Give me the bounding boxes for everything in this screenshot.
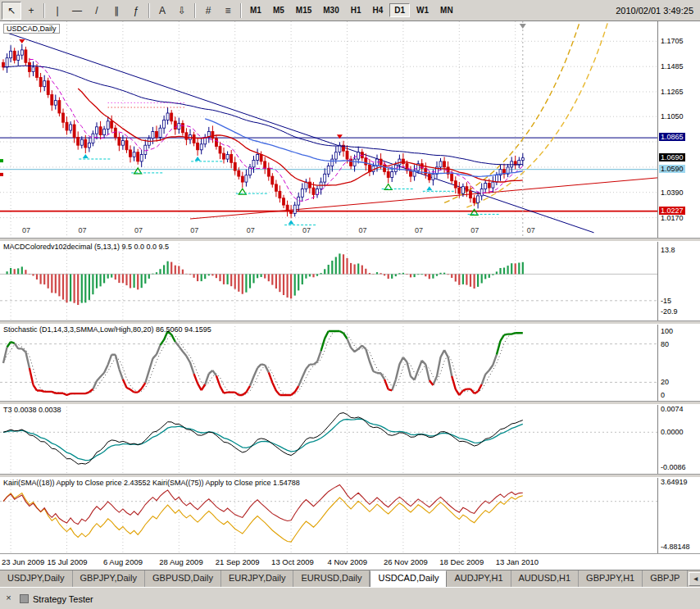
t3-scale[interactable]: 0.00740.0000-0.0086 xyxy=(657,403,700,474)
chart-tabs: USDJPY,DailyGBPJPY,DailyGBPUSD,DailyEURJ… xyxy=(0,570,688,588)
equidistant-channel-tool-button[interactable]: ∥ xyxy=(107,2,126,20)
chart-tab-eurjpy-daily[interactable]: EURJPY,Daily xyxy=(221,570,294,588)
scale-label: 20 xyxy=(661,378,669,386)
fibonacci-tool-button[interactable]: ƒ xyxy=(126,2,146,20)
svg-text:07: 07 xyxy=(415,226,423,234)
chart-tab-gbpusd-daily[interactable]: GBPUSD,Daily xyxy=(145,570,221,588)
scale-label: -15 xyxy=(661,297,671,305)
timeframe-button-h4[interactable]: H4 xyxy=(368,3,389,17)
svg-text:07: 07 xyxy=(134,226,143,234)
timeframe-button-w1[interactable]: W1 xyxy=(411,3,434,17)
time-axis[interactable]: 23 Jun 200915 Jul 20096 Aug 200928 Aug 2… xyxy=(0,553,700,570)
price-axis-label: 1.1705 xyxy=(661,37,684,45)
toolbar: ↖+|—/∥ƒA⇩#≡ M1M5M15M30H1H4D1W1MN 2010/02… xyxy=(0,0,700,21)
kairi-label: Kairi(SMA((18)) Apply to Close price 2.4… xyxy=(3,479,300,487)
toolbar-separator xyxy=(240,3,242,18)
grid-tool-button[interactable]: # xyxy=(198,2,218,20)
timeframe-button-d1[interactable]: D1 xyxy=(389,3,410,17)
scale-label: 0.0000 xyxy=(661,428,684,436)
chart-area: 07070707070707070707 USDCAD,Daily 1.1705… xyxy=(0,21,700,570)
time-axis-label: 13 Oct 2009 xyxy=(271,557,314,566)
timeframe-button-m1[interactable]: M1 xyxy=(245,3,266,17)
macd-panel: MACDColoredv102decimal (5,13,1) 9.5 0.0 … xyxy=(0,240,700,320)
time-axis-label: 28 Aug 2009 xyxy=(159,557,202,566)
scale-label: -20.9 xyxy=(661,307,678,316)
main-chart-panel: 07070707070707070707 USDCAD,Daily 1.1705… xyxy=(0,21,700,238)
tabs-scroll-left-button[interactable]: ◂ xyxy=(689,572,700,586)
price-scale[interactable]: 1.17051.14851.12651.10501.03901.01701.08… xyxy=(657,21,700,238)
arrow-label-tool-button[interactable]: ⇩ xyxy=(172,2,192,20)
chart-tab-gbpjpy-h1[interactable]: GBPJPY,H1 xyxy=(579,570,643,588)
drawing-tools-group: ↖+|—/∥ƒA⇩#≡ xyxy=(2,2,238,20)
svg-text:07: 07 xyxy=(247,226,255,234)
svg-text:07: 07 xyxy=(359,226,367,234)
timeframe-button-m5[interactable]: M5 xyxy=(268,3,289,17)
macd-canvas[interactable] xyxy=(0,240,657,320)
time-axis-label: 26 Nov 2009 xyxy=(384,557,428,566)
kairi-canvas[interactable] xyxy=(0,476,657,553)
text-tool-button[interactable]: A xyxy=(152,2,172,20)
t3-canvas[interactable] xyxy=(0,403,657,474)
symbol-period-label: USDCAD,Daily xyxy=(3,24,60,34)
scale-label: 0.0074 xyxy=(661,405,684,413)
time-axis-label: 6 Aug 2009 xyxy=(103,557,143,566)
svg-text:07: 07 xyxy=(527,226,535,234)
horizontal-line-tool-button[interactable]: — xyxy=(67,2,87,20)
kairi-scale[interactable]: 3.64919-4.88148 xyxy=(657,476,700,553)
pointer-tool-button[interactable]: ↖ xyxy=(2,2,21,20)
timeframe-button-m30[interactable]: M30 xyxy=(318,3,343,17)
price-axis-label: 1.1265 xyxy=(661,88,684,96)
time-axis-label: 18 Dec 2009 xyxy=(439,557,484,566)
timeframe-button-mn[interactable]: MN xyxy=(435,3,458,17)
timeframe-button-h1[interactable]: H1 xyxy=(346,3,366,17)
time-axis-label: 13 Jan 2010 xyxy=(496,557,539,566)
scale-label: 13.8 xyxy=(661,246,675,254)
chart-tab-gbpjp[interactable]: GBPJP xyxy=(643,570,688,588)
panel-separator[interactable] xyxy=(0,238,700,242)
main-chart-canvas[interactable]: 07070707070707070707 xyxy=(0,21,657,238)
timeframe-group: M1M5M15M30H1H4D1W1MN xyxy=(238,3,459,18)
price-axis-label: 1.1050 xyxy=(661,112,684,120)
scale-label: -4.88148 xyxy=(661,543,690,551)
svg-text:07: 07 xyxy=(22,226,30,234)
svg-text:07: 07 xyxy=(302,226,311,234)
close-icon[interactable]: × xyxy=(2,593,15,605)
scale-label: -0.0086 xyxy=(661,463,686,471)
crosshair-tool-button[interactable]: + xyxy=(21,2,41,20)
stochastic-label: Stochastic (D1,14,3,3,SMMA,Low/High,80,2… xyxy=(3,325,211,334)
panel-separator[interactable] xyxy=(0,320,700,325)
chart-tab-usdjpy-daily[interactable]: USDJPY,Daily xyxy=(0,570,73,588)
stochastic-scale[interactable]: 10080200 xyxy=(657,323,700,401)
panel-separator[interactable] xyxy=(0,474,700,478)
svg-text:07: 07 xyxy=(79,226,87,234)
price-marker: 1.0865 xyxy=(659,133,685,141)
server-clock: 2010/02/01 3:49:25 xyxy=(616,6,698,16)
objects-list-tool-button[interactable]: ≡ xyxy=(218,2,238,20)
time-axis-label: 23 Jun 2009 xyxy=(2,557,44,566)
strategy-tester-icon xyxy=(20,594,29,603)
chart-tab-eurusd-daily[interactable]: EURUSD,Daily xyxy=(293,570,370,588)
chart-tabs-bar: USDJPY,DailyGBPJPY,DailyGBPUSD,DailyEURJ… xyxy=(0,570,700,588)
svg-text:07: 07 xyxy=(190,226,198,234)
chart-tab-audusd-h1[interactable]: AUDUSD,H1 xyxy=(511,570,580,588)
stochastic-canvas[interactable] xyxy=(0,323,657,401)
time-axis-label: 21 Sep 2009 xyxy=(216,557,260,566)
vertical-line-tool-button[interactable]: | xyxy=(48,2,67,20)
svg-text:07: 07 xyxy=(470,226,479,234)
price-axis-label: 1.0390 xyxy=(661,189,684,197)
kairi-panel: Kairi(SMA((18)) Apply to Close price 2.4… xyxy=(0,476,700,553)
price-marker: 1.0227 xyxy=(659,207,685,215)
chart-tab-audjpy-h1[interactable]: AUDJPY,H1 xyxy=(447,570,511,588)
timeframe-button-m15[interactable]: M15 xyxy=(291,3,316,17)
mt4-window: ↖+|—/∥ƒA⇩#≡ M1M5M15M30H1H4D1W1MN 2010/02… xyxy=(0,0,700,609)
scale-label: 80 xyxy=(661,340,669,348)
macd-scale[interactable]: 13.8-15-20.9 xyxy=(657,240,700,320)
trendline-tool-button[interactable]: / xyxy=(87,2,107,20)
chart-tab-gbpjpy-daily[interactable]: GBPJPY,Daily xyxy=(73,570,146,588)
scale-label: 3.64919 xyxy=(661,478,688,486)
toolbar-separator xyxy=(43,3,45,18)
price-marker: 1.0690 xyxy=(659,153,685,161)
chart-tab-usdcad-daily[interactable]: USDCAD,Daily xyxy=(370,570,447,588)
toolbar-separator xyxy=(194,3,196,18)
panel-separator[interactable] xyxy=(0,401,700,405)
